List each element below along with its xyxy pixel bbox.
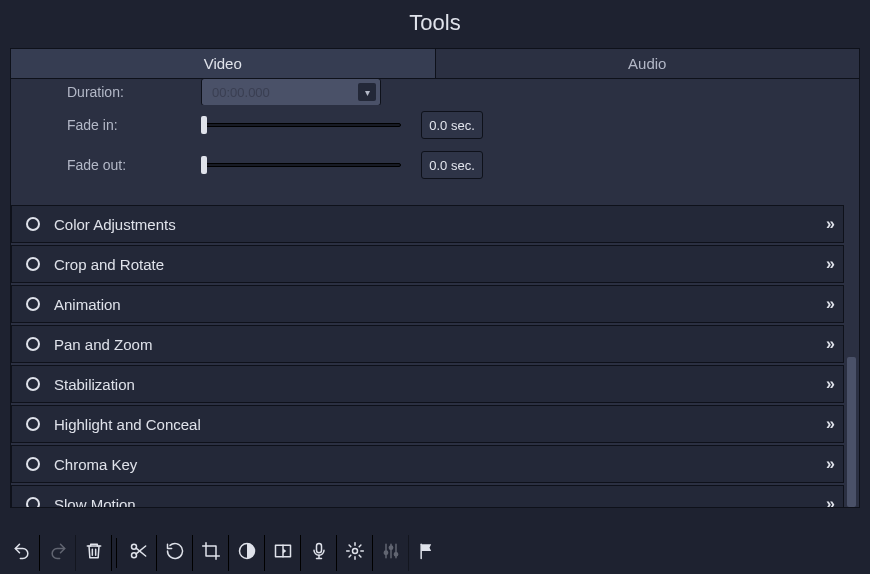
slider-handle[interactable] — [201, 156, 207, 174]
accordion-list: Color Adjustments»Crop and Rotate»Animat… — [11, 205, 844, 507]
section-general: Duration: 00:00.000 ▾ Fade in: 0.0 sec. — [11, 79, 844, 199]
accordion-label: Stabilization — [54, 376, 826, 393]
accordion-chroma-key[interactable]: Chroma Key» — [11, 445, 844, 483]
svg-point-6 — [384, 551, 387, 554]
accordion-animation[interactable]: Animation» — [11, 285, 844, 323]
trash-icon — [84, 541, 104, 565]
bottom-toolbar — [0, 532, 449, 574]
vertical-scrollbar[interactable] — [844, 79, 859, 507]
chevron-right-icon: » — [826, 495, 829, 507]
radio-icon[interactable] — [26, 337, 40, 351]
chevron-down-icon: ▾ — [358, 83, 376, 101]
duration-value: 00:00.000 — [212, 85, 270, 100]
fade-out-slider[interactable] — [201, 154, 401, 176]
svg-point-8 — [394, 553, 397, 556]
accordion-label: Slow Motion — [54, 496, 826, 508]
chevron-right-icon: » — [826, 455, 829, 473]
mic-button[interactable] — [301, 535, 337, 571]
radio-icon[interactable] — [26, 497, 40, 507]
redo-button — [40, 535, 76, 571]
accordion-label: Pan and Zoom — [54, 336, 826, 353]
panel-title: Tools — [0, 0, 870, 48]
slider-track — [201, 163, 401, 167]
accordion-label: Color Adjustments — [54, 216, 826, 233]
svg-point-5 — [352, 549, 357, 554]
scissors-button[interactable] — [121, 535, 157, 571]
radio-icon[interactable] — [26, 377, 40, 391]
flag-icon — [417, 541, 437, 565]
scissors-icon — [129, 541, 149, 565]
gear-button[interactable] — [337, 535, 373, 571]
accordion-label: Crop and Rotate — [54, 256, 826, 273]
svg-point-7 — [389, 546, 392, 549]
slider-track — [201, 123, 401, 127]
tabs: Video Audio — [10, 48, 860, 78]
radio-icon[interactable] — [26, 457, 40, 471]
slider-handle[interactable] — [201, 116, 207, 134]
chevron-right-icon: » — [826, 335, 829, 353]
equalizer-button — [373, 535, 409, 571]
rotate-button[interactable] — [157, 535, 193, 571]
fade-in-slider[interactable] — [201, 114, 401, 136]
fade-out-label: Fade out: — [67, 157, 187, 173]
equalizer-icon — [381, 541, 401, 565]
redo-icon — [48, 541, 68, 565]
contrast-icon — [237, 541, 257, 565]
duration-select[interactable]: 00:00.000 ▾ — [201, 79, 381, 105]
contrast-button[interactable] — [229, 535, 265, 571]
svg-rect-4 — [316, 544, 321, 553]
duration-label: Duration: — [67, 84, 187, 100]
fade-in-label: Fade in: — [67, 117, 187, 133]
chevron-right-icon: » — [826, 255, 829, 273]
accordion-crop-and-rotate[interactable]: Crop and Rotate» — [11, 245, 844, 283]
mic-icon — [309, 541, 329, 565]
crop-button[interactable] — [193, 535, 229, 571]
accordion-label: Animation — [54, 296, 826, 313]
crop-icon — [201, 541, 221, 565]
tab-audio[interactable]: Audio — [435, 48, 861, 78]
transition-icon — [273, 541, 293, 565]
accordion-color-adjustments[interactable]: Color Adjustments» — [11, 205, 844, 243]
accordion-slow-motion[interactable]: Slow Motion» — [11, 485, 844, 507]
toolbar-separator — [116, 538, 117, 568]
trash-button[interactable] — [76, 535, 112, 571]
accordion-label: Highlight and Conceal — [54, 416, 826, 433]
chevron-right-icon: » — [826, 215, 829, 233]
flag-button[interactable] — [409, 535, 445, 571]
accordion-pan-and-zoom[interactable]: Pan and Zoom» — [11, 325, 844, 363]
accordion-stabilization[interactable]: Stabilization» — [11, 365, 844, 403]
chevron-right-icon: » — [826, 415, 829, 433]
gear-icon — [345, 541, 365, 565]
radio-icon[interactable] — [26, 297, 40, 311]
accordion-label: Chroma Key — [54, 456, 826, 473]
tab-video[interactable]: Video — [10, 48, 436, 78]
rotate-icon — [165, 541, 185, 565]
undo-button[interactable] — [4, 535, 40, 571]
radio-icon[interactable] — [26, 217, 40, 231]
chevron-right-icon: » — [826, 295, 829, 313]
fade-out-value: 0.0 sec. — [421, 151, 483, 179]
radio-icon[interactable] — [26, 417, 40, 431]
scrollbar-thumb[interactable] — [847, 357, 856, 507]
radio-icon[interactable] — [26, 257, 40, 271]
fade-in-value: 0.0 sec. — [421, 111, 483, 139]
panel-body: Duration: 00:00.000 ▾ Fade in: 0.0 sec. — [10, 78, 860, 508]
accordion-highlight-and-conceal[interactable]: Highlight and Conceal» — [11, 405, 844, 443]
transition-button[interactable] — [265, 535, 301, 571]
undo-icon — [12, 541, 32, 565]
chevron-right-icon: » — [826, 375, 829, 393]
